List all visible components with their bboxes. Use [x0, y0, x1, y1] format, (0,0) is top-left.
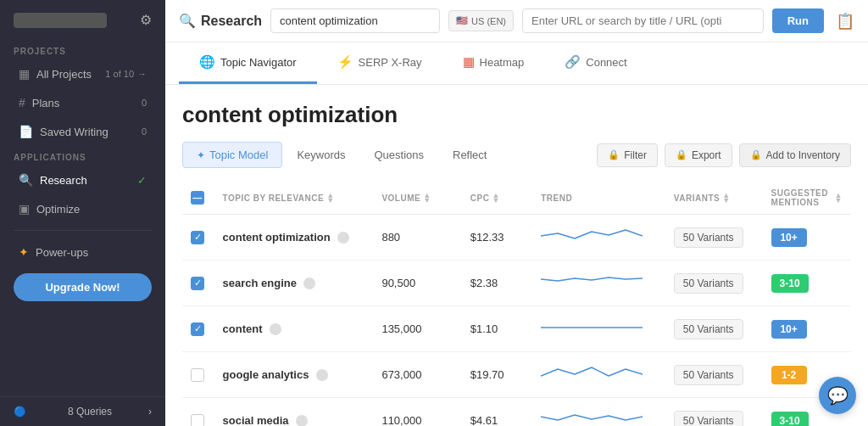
cpc-value-3: $19.70: [470, 368, 504, 381]
subtab-row: ✦ Topic Model Keywords Questions Reflect…: [182, 142, 851, 168]
all-projects-label: All Projects: [36, 68, 92, 81]
topbar-search-icon: 🔍: [179, 13, 196, 29]
cell-check-4[interactable]: [182, 398, 214, 427]
checkbox-2[interactable]: ✓: [191, 322, 204, 336]
topic-info-dot-1[interactable]: [303, 277, 315, 289]
filter-button[interactable]: 🔒 Filter: [597, 143, 658, 167]
sidebar-item-powerups[interactable]: ✦ Power-ups: [5, 238, 160, 266]
cell-check-2[interactable]: ✓: [182, 306, 214, 352]
sidebar-logo-area: ⚙: [0, 0, 165, 40]
cell-check-3[interactable]: [182, 352, 214, 398]
sidebar: ⚙ PROJECTS ▦ All Projects 1 of 10 → # Pl…: [0, 0, 165, 426]
th-topic[interactable]: TOPIC BY RELEVANCE ▲▼: [214, 182, 374, 215]
th-variants-label: VARIANTS: [674, 193, 720, 203]
sidebar-item-all-projects[interactable]: ▦ All Projects 1 of 10 →: [5, 60, 160, 87]
topic-sort-arrows: ▲▼: [326, 193, 334, 204]
variants-button-1[interactable]: 50 Variants: [674, 273, 743, 294]
subtab-topic-model-icon: ✦: [197, 149, 205, 161]
filter-lock-icon: 🔒: [608, 149, 620, 160]
subtab-keywords[interactable]: Keywords: [282, 142, 359, 168]
th-volume[interactable]: VOLUME ▲▼: [373, 182, 461, 215]
saved-writing-icon: 📄: [19, 125, 33, 138]
topic-table: — TOPIC BY RELEVANCE ▲▼ VOLUME: [182, 182, 851, 426]
sidebar-item-research[interactable]: 🔍 Research ✓: [5, 166, 160, 193]
variants-button-4[interactable]: 50 Variants: [674, 411, 743, 427]
th-variants[interactable]: VARIANTS ▲▼: [665, 182, 763, 215]
heatmap-icon: ▦: [463, 54, 475, 70]
checkbox-0[interactable]: ✓: [191, 231, 204, 244]
sidebar-item-saved-writing[interactable]: 📄 Saved Writing 0: [5, 118, 160, 145]
volume-value-0: 880: [381, 231, 400, 244]
cell-check-0[interactable]: ✓: [182, 215, 214, 261]
cell-topic-3: google analytics: [214, 352, 374, 398]
tab-serp-xray[interactable]: ⚡ SERP X-Ray: [317, 42, 442, 84]
cell-variants-1[interactable]: 50 Variants: [665, 261, 763, 306]
keyword-input[interactable]: [270, 8, 440, 33]
topic-name-2: content: [223, 322, 263, 335]
export-button[interactable]: 🔒 Export: [665, 143, 732, 167]
th-trend-label: TREND: [541, 193, 572, 203]
gear-icon[interactable]: ⚙: [140, 12, 152, 28]
url-input[interactable]: [522, 8, 764, 33]
topic-info-dot-0[interactable]: [337, 232, 349, 244]
cell-topic-4: social media: [214, 398, 374, 427]
research-active-check: ✓: [137, 174, 147, 187]
topic-info-dot-3[interactable]: [316, 369, 328, 381]
cell-variants-2[interactable]: 50 Variants: [665, 306, 763, 352]
tab-topic-navigator[interactable]: 🌐 Topic Navigator: [179, 42, 317, 84]
all-projects-icon: ▦: [19, 67, 30, 81]
run-button[interactable]: Run: [772, 8, 824, 33]
research-label: Research: [40, 174, 87, 187]
topic-sort[interactable]: TOPIC BY RELEVANCE ▲▼: [223, 193, 335, 204]
variants-button-3[interactable]: 50 Variants: [674, 365, 743, 385]
add-to-inventory-button[interactable]: 🔒 Add to Inventory: [739, 143, 851, 167]
variants-button-2[interactable]: 50 Variants: [674, 319, 743, 339]
tab-heatmap[interactable]: ▦ Heatmap: [442, 42, 545, 84]
subtab-actions: 🔒 Filter 🔒 Export 🔒 Add to Inventory: [597, 143, 851, 167]
cpc-sort[interactable]: CPC ▲▼: [470, 193, 500, 204]
cell-check-1[interactable]: ✓: [182, 261, 214, 306]
topic-info-dot-2[interactable]: [270, 323, 281, 335]
volume-sort[interactable]: VOLUME ▲▼: [381, 193, 431, 204]
volume-value-2: 135,000: [381, 322, 421, 335]
chat-bubble[interactable]: 💬: [819, 377, 856, 414]
queries-label: 8 Queries: [68, 406, 112, 418]
variants-button-0[interactable]: 50 Variants: [674, 227, 743, 248]
subtab-questions[interactable]: Questions: [359, 142, 438, 168]
cell-variants-4[interactable]: 50 Variants: [665, 398, 763, 427]
mentions-sort[interactable]: SUGGESTED MENTIONS ▲▼: [771, 188, 843, 207]
variants-sort[interactable]: VARIANTS ▲▼: [674, 193, 731, 204]
serp-xray-icon: ⚡: [337, 54, 353, 70]
th-mentions[interactable]: SUGGESTED MENTIONS ▲▼: [763, 182, 851, 215]
projects-section-label: PROJECTS: [0, 40, 165, 59]
cell-variants-3[interactable]: 50 Variants: [665, 352, 763, 398]
checkbox-3[interactable]: [191, 368, 204, 382]
subtab-reflect[interactable]: Reflect: [438, 142, 501, 168]
locale-label: US (EN): [471, 16, 506, 26]
sidebar-item-optimize[interactable]: ▣ Optimize: [5, 195, 160, 222]
table-row: ✓ content optimization 880 $12.33 50 Var…: [182, 215, 851, 261]
volume-value-4: 110,000: [381, 414, 421, 426]
sidebar-item-plans[interactable]: # Plans 0: [5, 89, 160, 116]
upgrade-button[interactable]: Upgrade Now!: [14, 273, 152, 301]
connect-icon: 🔗: [565, 54, 581, 70]
document-icon[interactable]: 📋: [836, 12, 854, 31]
subtab-topic-model[interactable]: ✦ Topic Model: [182, 142, 282, 168]
cpc-value-1: $2.38: [470, 277, 498, 289]
subtab-questions-label: Questions: [374, 149, 424, 161]
filter-label: Filter: [624, 149, 647, 161]
tab-serp-xray-label: SERP X-Ray: [359, 56, 422, 69]
saved-writing-badge: 0: [142, 126, 147, 137]
locale-selector[interactable]: 🇺🇸 US (EN): [448, 10, 514, 31]
cell-variants-0[interactable]: 50 Variants: [665, 215, 763, 261]
cell-cpc-1: $2.38: [462, 261, 532, 306]
checkbox-1[interactable]: ✓: [191, 277, 204, 290]
topic-info-dot-4[interactable]: [296, 415, 308, 426]
table-header-row: — TOPIC BY RELEVANCE ▲▼ VOLUME: [182, 182, 851, 215]
cpc-value-4: $4.61: [470, 414, 498, 426]
th-cpc[interactable]: CPC ▲▼: [462, 182, 532, 215]
sidebar-bottom-queries[interactable]: 🔵 8 Queries ›: [0, 396, 165, 426]
export-lock-icon: 🔒: [676, 149, 687, 160]
tab-connect[interactable]: 🔗 Connect: [544, 42, 647, 84]
checkbox-4[interactable]: [191, 414, 204, 427]
